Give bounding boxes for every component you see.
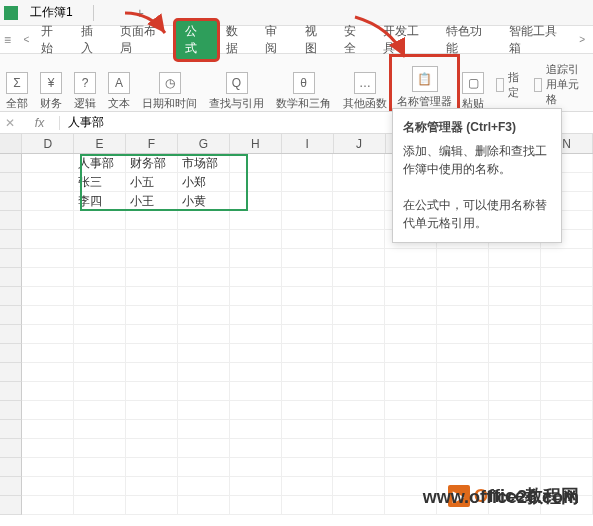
cell[interactable] <box>282 173 334 192</box>
cell[interactable] <box>74 439 126 458</box>
cell[interactable] <box>489 458 541 477</box>
ribbon-group-lookup[interactable]: Q 查找与引用 <box>203 58 270 111</box>
cell[interactable] <box>333 249 385 268</box>
cell[interactable] <box>333 496 385 515</box>
cell[interactable] <box>489 306 541 325</box>
cell[interactable] <box>282 154 334 173</box>
menu-icon[interactable]: ≡ <box>4 33 20 47</box>
cell[interactable] <box>178 287 230 306</box>
cell[interactable] <box>178 496 230 515</box>
cell[interactable] <box>230 401 282 420</box>
cell[interactable] <box>333 154 385 173</box>
row-header[interactable] <box>0 344 22 363</box>
cell[interactable] <box>489 420 541 439</box>
cell[interactable] <box>178 268 230 287</box>
cell[interactable] <box>126 268 178 287</box>
tab-data[interactable]: 数据 <box>218 19 257 61</box>
row-header[interactable] <box>0 249 22 268</box>
cell[interactable] <box>333 192 385 211</box>
col-G[interactable]: G <box>178 134 230 153</box>
tab-special[interactable]: 特色功能 <box>438 19 501 61</box>
cell[interactable] <box>437 287 489 306</box>
cell[interactable] <box>178 325 230 344</box>
tab-toolbox[interactable]: 智能工具箱 <box>501 19 575 61</box>
cell[interactable] <box>230 211 282 230</box>
cell[interactable] <box>333 230 385 249</box>
ribbon-group-paste[interactable]: ▢ 粘贴 <box>456 58 490 111</box>
ribbon-group-math[interactable]: θ 数学和三角 <box>270 58 337 111</box>
cell[interactable] <box>178 382 230 401</box>
cell[interactable] <box>230 363 282 382</box>
cell[interactable] <box>489 363 541 382</box>
cell[interactable] <box>541 249 593 268</box>
cell[interactable] <box>489 268 541 287</box>
cell[interactable] <box>126 382 178 401</box>
cell[interactable] <box>126 401 178 420</box>
cell[interactable] <box>385 439 437 458</box>
cell[interactable] <box>282 363 334 382</box>
cell[interactable] <box>74 477 126 496</box>
cell[interactable] <box>178 230 230 249</box>
row-header[interactable] <box>0 363 22 382</box>
cell[interactable] <box>282 306 334 325</box>
cell[interactable] <box>541 306 593 325</box>
ribbon-group-text[interactable]: A 文本 <box>102 58 136 111</box>
cell[interactable] <box>22 249 74 268</box>
cell[interactable] <box>22 363 74 382</box>
cell[interactable] <box>333 325 385 344</box>
row-header[interactable] <box>0 325 22 344</box>
cell[interactable] <box>22 401 74 420</box>
cell[interactable] <box>282 344 334 363</box>
cell[interactable] <box>22 439 74 458</box>
cell[interactable] <box>385 306 437 325</box>
cell[interactable] <box>178 344 230 363</box>
ribbon-group-finance[interactable]: ¥ 财务 <box>34 58 68 111</box>
cell[interactable] <box>333 211 385 230</box>
row-header[interactable] <box>0 192 22 211</box>
cell[interactable] <box>437 382 489 401</box>
cell[interactable] <box>178 306 230 325</box>
col-H[interactable]: H <box>230 134 282 153</box>
cell[interactable] <box>541 287 593 306</box>
cell[interactable] <box>282 325 334 344</box>
row-header[interactable] <box>0 306 22 325</box>
cell[interactable] <box>230 439 282 458</box>
cell[interactable] <box>126 496 178 515</box>
cell[interactable] <box>74 458 126 477</box>
cell[interactable] <box>437 363 489 382</box>
cell[interactable] <box>333 420 385 439</box>
cell[interactable] <box>230 230 282 249</box>
cell[interactable] <box>333 287 385 306</box>
cell[interactable] <box>74 230 126 249</box>
cell[interactable]: 小黄 <box>178 192 230 211</box>
cell[interactable] <box>230 420 282 439</box>
row-header[interactable] <box>0 154 22 173</box>
col-D[interactable]: D <box>22 134 74 153</box>
cell[interactable] <box>437 325 489 344</box>
row-header[interactable] <box>0 458 22 477</box>
cell[interactable]: 小王 <box>126 192 178 211</box>
cell[interactable] <box>178 458 230 477</box>
cell[interactable] <box>437 306 489 325</box>
cell[interactable]: 小郑 <box>178 173 230 192</box>
cell[interactable] <box>385 420 437 439</box>
cell[interactable] <box>437 458 489 477</box>
cell[interactable] <box>230 154 282 173</box>
cell[interactable] <box>282 420 334 439</box>
col-I[interactable]: I <box>282 134 334 153</box>
cell[interactable] <box>22 496 74 515</box>
cell[interactable] <box>282 268 334 287</box>
cell[interactable] <box>230 249 282 268</box>
cancel-icon[interactable]: ✕ <box>0 116 20 130</box>
cell[interactable] <box>126 325 178 344</box>
row-header[interactable] <box>0 477 22 496</box>
cell[interactable] <box>126 306 178 325</box>
fx-label[interactable]: fx <box>20 116 60 130</box>
cell[interactable] <box>178 249 230 268</box>
cell[interactable] <box>437 249 489 268</box>
cell[interactable] <box>541 420 593 439</box>
cell[interactable] <box>74 325 126 344</box>
cell[interactable] <box>385 458 437 477</box>
cell[interactable] <box>489 401 541 420</box>
cell[interactable]: 小五 <box>126 173 178 192</box>
